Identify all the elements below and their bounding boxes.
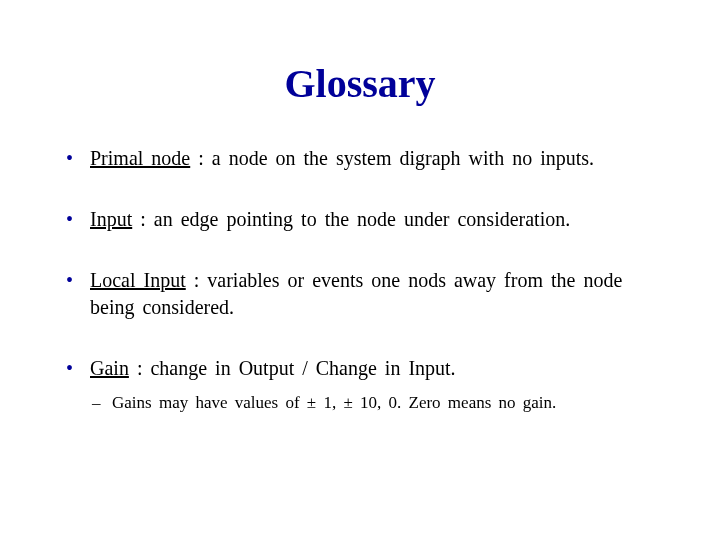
list-item: Input : an edge pointing to the node und…: [60, 206, 660, 233]
list-item: Primal node : a node on the system digra…: [60, 145, 660, 172]
list-item: Local Input : variables or events one no…: [60, 267, 660, 321]
sub-text: Gains may have values of ± 1, ± 10, 0. Z…: [112, 393, 556, 412]
slide: Glossary Primal node : a node on the sys…: [0, 0, 720, 540]
term: Local Input: [90, 269, 186, 291]
definition: : a node on the system digraph with no i…: [190, 147, 594, 169]
definition: : change in Output / Change in Input.: [129, 357, 456, 379]
term: Primal node: [90, 147, 190, 169]
definition: : an edge pointing to the node under con…: [132, 208, 570, 230]
term: Input: [90, 208, 132, 230]
sub-list-item: Gains may have values of ± 1, ± 10, 0. Z…: [90, 392, 660, 415]
list-item: Gain : change in Output / Change in Inpu…: [60, 355, 660, 415]
page-title: Glossary: [60, 60, 660, 107]
glossary-list: Primal node : a node on the system digra…: [60, 145, 660, 415]
sub-list: Gains may have values of ± 1, ± 10, 0. Z…: [90, 392, 660, 415]
term: Gain: [90, 357, 129, 379]
